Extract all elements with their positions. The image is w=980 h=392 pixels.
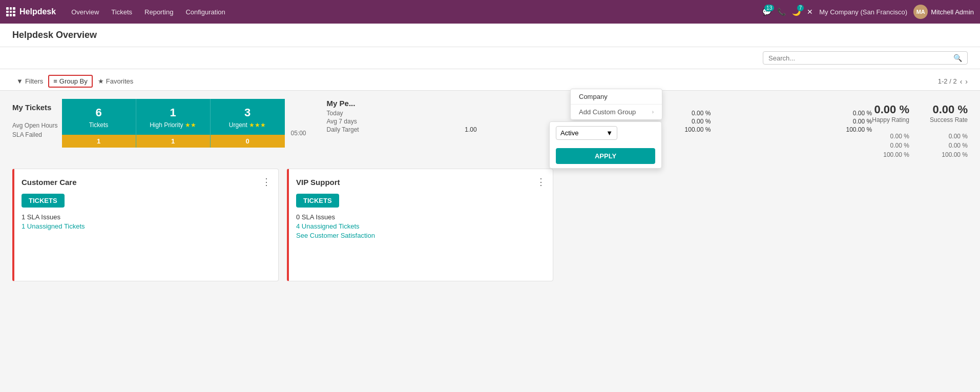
add-custom-group-item[interactable]: Add Custom Group › (571, 105, 662, 119)
board-card-menu-0[interactable]: ⋮ (262, 176, 271, 188)
board-row: Customer Care ⋮ TICKETS 1 SLA Issues 1 U… (12, 169, 968, 281)
ticket-count-0: 6 (62, 99, 136, 121)
perf-avg7-success: 0.00 % (715, 118, 872, 125)
nav-tickets[interactable]: Tickets (106, 6, 137, 18)
add-custom-group-container: Add Custom Group › Active ▼ APPLY (571, 105, 662, 119)
next-page-button[interactable]: › (965, 77, 968, 86)
happy-rating-value: 0.00 % (872, 103, 909, 116)
active-select[interactable]: Active ▼ (556, 126, 617, 140)
ticket-count-2: 3 (211, 99, 285, 121)
board-card-title-1: VIP Support (296, 178, 340, 187)
board-card-title-0: Customer Care (22, 178, 77, 187)
rating-section: 0.00 % Happy Rating 0.00 % 0.00 % 100.00… (872, 99, 968, 158)
board-card-header-0: Customer Care ⋮ (22, 176, 271, 188)
my-tickets-label-area: My Tickets Avg Open Hours SLA Failed (12, 99, 58, 138)
avg-open-hours-label: Avg Open Hours (12, 122, 58, 129)
avg-hours-val: 05:00 (291, 130, 306, 137)
ticket-card-2[interactable]: 3 Urgent ★★★ 0 (211, 99, 285, 148)
nav-configuration[interactable]: Configuration (180, 6, 230, 18)
my-tickets-section: My Tickets Avg Open Hours SLA Failed 6 T… (12, 99, 306, 148)
perf-daily-target-val: 1.00 (392, 126, 550, 133)
username-label: Mitchell Admin (931, 8, 974, 16)
nav-reporting[interactable]: Reporting (139, 6, 178, 18)
success-rate-value: 0.00 % (930, 103, 968, 116)
success-avg7: 0.00 % (930, 142, 968, 149)
page-header: Helpdesk Overview (0, 24, 980, 47)
happy-rating-label: Happy Rating (872, 116, 909, 123)
nav-overview[interactable]: Overview (66, 6, 104, 18)
groupby-dropdown: Company Add Custom Group › Active ▼ APPL… (570, 89, 662, 120)
ticket-footer-2: 0 (211, 135, 285, 148)
tickets-button-1[interactable]: TICKETS (296, 194, 339, 208)
search-bar[interactable]: 🔍 (763, 51, 968, 65)
success-rate-label: Success Rate (930, 116, 968, 123)
ticket-label-1: High Priority ★★ (136, 121, 210, 135)
search-icon[interactable]: 🔍 (953, 54, 962, 62)
avatar: MA (913, 5, 928, 19)
tickets-button-0[interactable]: TICKETS (22, 194, 65, 208)
chevron-down-icon: ▼ (606, 129, 613, 137)
sla-issues-1[interactable]: 0 SLA Issues (296, 213, 546, 221)
my-tickets-label: My Tickets (12, 103, 58, 112)
ticket-cards: 6 Tickets 1 1 High Priority ★★ 1 3 Urgen… (62, 99, 285, 148)
tickets-meta: 05:00 (291, 99, 306, 137)
board-card-1: VIP Support ⋮ TICKETS 0 SLA Issues 4 Una… (287, 169, 553, 281)
happy-daily: 100.00 % (872, 151, 909, 158)
success-daily: 100.00 % (930, 151, 968, 158)
ticket-card-0[interactable]: 6 Tickets 1 (62, 99, 136, 148)
happy-rating-box: 0.00 % Happy Rating 0.00 % 0.00 % 100.00… (872, 103, 909, 158)
messages-icon[interactable]: 💬13 (762, 8, 771, 16)
perf-today-success: 0.00 % (715, 110, 872, 117)
active-select-row: Active ▼ (550, 122, 661, 144)
star-icon: ★ (98, 77, 104, 85)
ticket-label-0: Tickets (62, 121, 136, 135)
board-card-menu-1[interactable]: ⋮ (536, 176, 546, 188)
ticket-card-1[interactable]: 1 High Priority ★★ 1 (136, 99, 211, 148)
perf-avg7-label: Avg 7 days (327, 118, 388, 125)
chevron-right-icon: › (652, 109, 654, 115)
groupby-button[interactable]: ≡ Group By (48, 75, 93, 88)
custom-group-sub-dropdown: Active ▼ APPLY (549, 121, 662, 169)
stats-row: My Tickets Avg Open Hours SLA Failed 6 T… (12, 99, 968, 158)
unassigned-1[interactable]: 4 Unassigned Tickets (296, 222, 546, 230)
perf-today-label: Today (327, 110, 388, 117)
ticket-footer-0: 1 (62, 135, 136, 148)
favorites-button[interactable]: ★ Favorites (94, 76, 137, 87)
groupby-menu: Company Add Custom Group › Active ▼ APPL… (570, 89, 662, 120)
brand-label: Helpdesk (19, 7, 56, 16)
board-card-0: Customer Care ⋮ TICKETS 1 SLA Issues 1 U… (12, 169, 279, 281)
unassigned-0[interactable]: 1 Unassigned Tickets (22, 222, 271, 230)
filter-icon: ▼ (16, 77, 23, 85)
prev-page-button[interactable]: ‹ (960, 77, 963, 86)
sla-issues-0[interactable]: 1 SLA Issues (22, 213, 271, 221)
happy-avg7: 0.00 % (872, 142, 909, 149)
topnav-right: 💬13 📞 🌙7 ✕ My Company (San Francisco) MA… (762, 5, 974, 19)
apply-button[interactable]: APPLY (556, 148, 655, 164)
perf-daily-success: 100.00 % (715, 126, 872, 133)
page-title: Helpdesk Overview (12, 30, 97, 40)
close-icon[interactable]: ✕ (807, 8, 813, 16)
moon-icon[interactable]: 🌙7 (792, 8, 801, 16)
main-content: My Tickets Avg Open Hours SLA Failed 6 T… (0, 91, 980, 290)
groupby-company-item[interactable]: Company (571, 89, 662, 104)
brand-logo[interactable]: Helpdesk (6, 7, 56, 16)
user-menu[interactable]: MA Mitchell Admin (913, 5, 974, 19)
board-card-header-1: VIP Support ⋮ (296, 176, 546, 188)
main-nav: Overview Tickets Reporting Configuration (66, 6, 231, 18)
groupby-icon: ≡ (53, 77, 57, 85)
company-label: My Company (San Francisco) (819, 8, 907, 16)
success-rate-box: 0.00 % Success Rate 0.00 % 0.00 % 100.00… (930, 103, 968, 158)
ticket-count-1: 1 (136, 99, 210, 121)
search-input[interactable] (768, 54, 953, 62)
pagination: 1-2 / 2 ‹ › (938, 77, 968, 86)
phone-icon[interactable]: 📞 (777, 8, 786, 16)
sla-failed-label: SLA Failed (12, 131, 58, 138)
grid-icon (6, 7, 15, 16)
perf-daily-target-label: Daily Target (327, 126, 388, 133)
ticket-label-2: Urgent ★★★ (211, 121, 285, 135)
top-navbar: Helpdesk Overview Tickets Reporting Conf… (0, 0, 980, 24)
filters-button[interactable]: ▼ Filters (12, 76, 47, 87)
see-satisfaction-1[interactable]: See Customer Satisfaction (296, 232, 546, 239)
success-0: 0.00 % (930, 133, 968, 140)
ticket-footer-1: 1 (136, 135, 210, 148)
